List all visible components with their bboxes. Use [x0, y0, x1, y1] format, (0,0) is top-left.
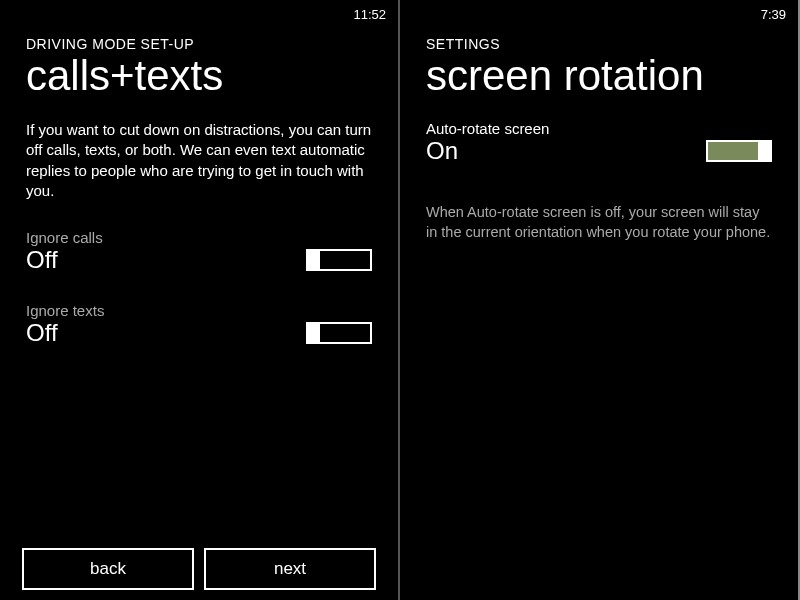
setting-ignore-calls: Ignore calls Off	[26, 229, 372, 274]
toggle-handle	[308, 251, 320, 269]
page-description: If you want to cut down on distractions,…	[26, 120, 372, 201]
auto-rotate-toggle[interactable]	[706, 140, 772, 162]
setting-label: Auto-rotate screen	[426, 120, 772, 137]
setting-value-text: Off	[26, 319, 58, 347]
breadcrumb: SETTINGS	[426, 36, 772, 52]
toggle-fill	[708, 142, 758, 160]
driving-mode-screen: 11:52 DRIVING MODE SET-UP calls+texts If…	[0, 0, 400, 600]
app-bar: back next	[0, 540, 398, 600]
status-time: 11:52	[353, 7, 386, 22]
page-title: calls+texts	[26, 54, 372, 98]
toggle-handle	[758, 140, 772, 162]
setting-auto-rotate: Auto-rotate screen On	[426, 120, 772, 165]
next-button[interactable]: next	[204, 548, 376, 590]
setting-label: Ignore texts	[26, 302, 372, 319]
setting-value-row: Off	[26, 246, 372, 274]
setting-ignore-texts: Ignore texts Off	[26, 302, 372, 347]
status-bar: 11:52	[0, 0, 398, 24]
ignore-calls-toggle[interactable]	[306, 249, 372, 271]
page-title: screen rotation	[426, 54, 772, 98]
status-bar: 7:39	[400, 0, 798, 24]
content-area: SETTINGS screen rotation Auto-rotate scr…	[400, 24, 798, 600]
setting-value-text: On	[426, 137, 458, 165]
setting-label: Ignore calls	[26, 229, 372, 246]
help-text: When Auto-rotate screen is off, your scr…	[426, 203, 772, 242]
back-button[interactable]: back	[22, 548, 194, 590]
breadcrumb: DRIVING MODE SET-UP	[26, 36, 372, 52]
setting-value-text: Off	[26, 246, 58, 274]
setting-value-row: On	[426, 137, 772, 165]
status-time: 7:39	[761, 7, 786, 22]
toggle-handle	[308, 324, 320, 342]
content-area: DRIVING MODE SET-UP calls+texts If you w…	[0, 24, 398, 540]
setting-value-row: Off	[26, 319, 372, 347]
ignore-texts-toggle[interactable]	[306, 322, 372, 344]
screen-rotation-screen: 7:39 SETTINGS screen rotation Auto-rotat…	[400, 0, 798, 600]
